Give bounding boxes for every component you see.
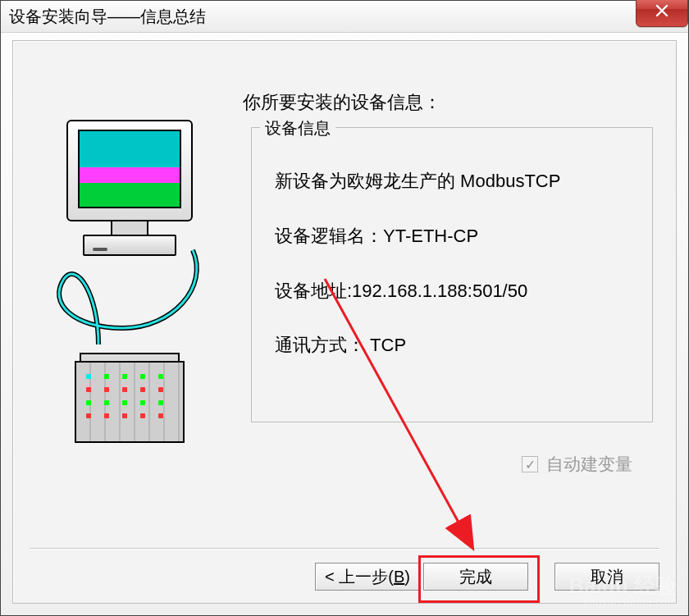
computer-icon bbox=[58, 115, 198, 254]
back-button[interactable]: < 上一步(B) bbox=[315, 563, 420, 591]
info-device: 新设备为欧姆龙生产的 ModbusTCP bbox=[275, 169, 629, 194]
info-logic: 设备逻辑名：YT-ETH-CP bbox=[275, 224, 629, 249]
cable-icon bbox=[41, 238, 213, 369]
checkbox-label: 自动建变量 bbox=[546, 453, 632, 476]
wizard-window: 设备安装向导——信息总结 bbox=[0, 0, 689, 616]
summary-heading: 你所要安装的设备信息： bbox=[243, 90, 441, 115]
client-area: 你所要安装的设备信息： 设备信息 新设备为欧姆龙生产的 ModbusTCP 设备… bbox=[12, 40, 677, 604]
close-icon bbox=[655, 3, 669, 18]
info-comm: 通讯方式： TCP bbox=[275, 333, 629, 358]
wizard-graphic bbox=[46, 115, 210, 468]
titlebar: 设备安装向导——信息总结 bbox=[1, 1, 688, 33]
finish-button[interactable]: 完成 bbox=[423, 563, 528, 591]
window-title: 设备安装向导——信息总结 bbox=[9, 6, 206, 28]
group-label: 设备信息 bbox=[260, 117, 335, 139]
checkbox-icon: ✓ bbox=[522, 456, 538, 472]
plc-rack-icon bbox=[75, 353, 181, 451]
button-separator bbox=[30, 548, 659, 550]
cancel-button[interactable]: 取消 bbox=[554, 563, 659, 591]
info-address: 设备地址:192.168.1.188:501/50 bbox=[275, 279, 629, 304]
close-button[interactable] bbox=[636, 0, 688, 27]
auto-create-var-checkbox: ✓ 自动建变量 bbox=[522, 453, 632, 476]
device-info-group: 设备信息 新设备为欧姆龙生产的 ModbusTCP 设备逻辑名：YT-ETH-C… bbox=[251, 127, 653, 422]
